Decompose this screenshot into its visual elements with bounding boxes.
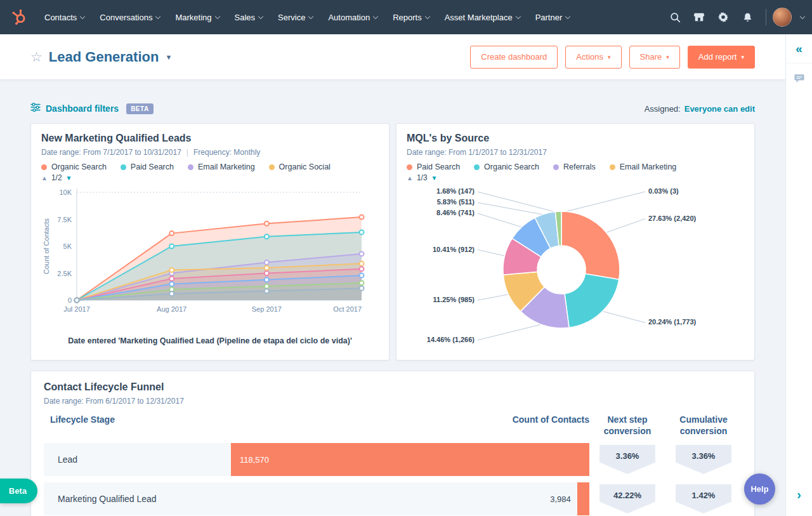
column-header-count: Count of Contacts [513, 414, 589, 425]
favorite-star-icon[interactable]: ☆ [30, 50, 43, 65]
funnel-bar[interactable] [577, 482, 589, 515]
donut-chart: 1.68% (147)5.83% (511)8.46% (741)10.41% … [407, 183, 744, 359]
legend-page-down-icon[interactable]: ▼ [431, 175, 438, 182]
hubspot-logo-icon[interactable] [8, 5, 32, 29]
caret-down-icon: ▾ [741, 54, 744, 60]
chevron-down-icon [424, 13, 429, 18]
date-range: Date range: From 6/1/2017 to 12/31/2017 [44, 397, 184, 406]
add-report-button[interactable]: Add report▾ [688, 46, 755, 69]
share-button[interactable]: Share▾ [629, 46, 680, 69]
avatar[interactable] [773, 8, 792, 27]
legend-page-up-icon[interactable]: ▲ [407, 175, 413, 182]
marketplace-icon[interactable] [687, 5, 711, 29]
funnel-header-row: Lifecycle Stage Count of Contacts Next s… [44, 414, 742, 437]
nav-divider [766, 9, 766, 25]
beta-pill-button[interactable]: Beta [0, 479, 37, 503]
dashboard-switcher-caret-icon[interactable]: ▼ [165, 53, 172, 61]
legend-item[interactable]: Referrals [553, 162, 596, 171]
chevron-down-icon [258, 13, 263, 18]
nav-item-partner[interactable]: Partner [528, 0, 578, 34]
filters-bar: Dashboard filters BETA Assigned: Everyon… [30, 103, 755, 114]
funnel-bar[interactable]: 118,570 [231, 443, 589, 476]
legend-item[interactable]: Paid Search [407, 162, 460, 171]
donut-slice-label: 20.24% (1,773) [648, 318, 697, 326]
page-title[interactable]: Lead Generation [49, 49, 159, 65]
chevron-down-icon [800, 13, 805, 18]
collapse-panel-button[interactable]: « [786, 34, 812, 63]
legend-dot-icon [407, 164, 412, 170]
funnel-rows: Lead 118,570 3.36% 3.36% Marketing Quali… [44, 443, 742, 515]
date-range: Date range: From 7/1/2017 to 10/31/2017 [41, 148, 181, 157]
funnel-row: Lead 118,570 3.36% 3.36% [44, 443, 742, 476]
donut-slice-label: 1.68% (147) [436, 187, 475, 195]
chevron-down-icon [515, 13, 520, 18]
x-axis-caption: Date entered 'Marketing Qualified Lead (… [41, 336, 379, 347]
report-title: New Marketing Qualified Leads [41, 133, 379, 144]
settings-gear-icon[interactable] [711, 5, 735, 29]
svg-text:2.5K: 2.5K [57, 270, 72, 277]
funnel-stage-label: Lead [44, 443, 231, 476]
donut-slice[interactable] [565, 274, 619, 327]
legend-dot-icon [41, 164, 47, 170]
next-step-conversion-badge: 3.36% [599, 445, 655, 474]
legend-page-up-icon[interactable]: ▲ [41, 175, 48, 182]
double-chevron-left-icon: « [796, 42, 802, 56]
funnel-count: 3,984 [550, 494, 571, 504]
legend-dot-icon [474, 164, 480, 170]
nav-item-sales[interactable]: Sales [227, 0, 271, 34]
actions-button[interactable]: Actions▾ [565, 46, 621, 69]
cumulative-conversion-badge: 3.36% [676, 445, 731, 474]
beta-badge: BETA [126, 103, 153, 114]
expand-panel-button[interactable]: › [786, 487, 812, 502]
nav-item-marketing[interactable]: Marketing [167, 0, 226, 34]
legend-item[interactable]: Paid Search [121, 162, 174, 171]
column-header-next-step: Next step conversion [589, 414, 665, 437]
legend-dot-icon [269, 164, 275, 170]
next-step-conversion-badge: 42.22% [599, 484, 655, 513]
frequency: Frequency: Monthly [193, 148, 260, 157]
svg-text:7.5K: 7.5K [57, 216, 72, 223]
donut-slice-label: 14.46% (1,266) [427, 336, 475, 343]
legend-item[interactable]: Organic Social [269, 162, 331, 171]
chevron-right-icon: › [797, 487, 801, 502]
legend-page-down-icon[interactable]: ▼ [66, 175, 72, 182]
donut-slice[interactable] [561, 211, 620, 279]
assigned-permission-link[interactable]: Everyone can edit [684, 104, 755, 114]
legend-dot-icon [610, 164, 615, 170]
report-title: Contact Lifecycle Funnel [44, 381, 742, 393]
legend-dot-icon [188, 164, 193, 170]
dashboard-header: ☆ Lead Generation ▼ Create dashboard Act… [0, 34, 785, 80]
legend-donut-chart: Paid SearchOrganic SearchReferralsEmail … [407, 162, 744, 171]
svg-text:10K: 10K [59, 189, 72, 196]
nav-item-conversations[interactable]: Conversations [92, 0, 167, 34]
chevron-down-icon [565, 13, 570, 18]
funnel-row: Marketing Qualified Lead 3,984 42.22% 1.… [44, 482, 742, 515]
legend-dot-icon [553, 164, 559, 170]
create-dashboard-button[interactable]: Create dashboard [470, 46, 558, 69]
legend-line-chart: Organic SearchPaid SearchEmail Marketing… [41, 162, 379, 171]
nav-item-service[interactable]: Service [270, 0, 320, 34]
legend-item[interactable]: Email Marketing [188, 162, 255, 171]
svg-text:Sep 2017: Sep 2017 [252, 305, 282, 313]
donut-slice-label: 0.03% (3) [648, 187, 679, 195]
chevron-down-icon [80, 13, 85, 18]
chevron-down-icon [373, 13, 378, 18]
notifications-bell-icon[interactable] [735, 5, 759, 29]
help-button[interactable]: Help [744, 473, 775, 505]
nav-item-automation[interactable]: Automation [320, 0, 385, 34]
card-contact-lifecycle-funnel: Contact Lifecycle Funnel Date range: Fro… [30, 371, 755, 516]
line-chart: 02.5K5K7.5K10KJul 2017Aug 2017Sep 2017Oc… [41, 183, 379, 333]
dashboard-filters-toggle[interactable]: Dashboard filters BETA [30, 103, 154, 114]
nav-item-contacts[interactable]: Contacts [37, 0, 92, 34]
nav-menu: ContactsConversationsMarketingSalesServi… [37, 0, 577, 34]
column-header-lifecycle-stage: Lifecycle Stage [44, 414, 115, 425]
search-icon[interactable] [663, 5, 687, 29]
comments-icon[interactable] [786, 74, 812, 83]
legend-item[interactable]: Organic Search [474, 162, 539, 171]
legend-item[interactable]: Email Marketing [610, 162, 677, 171]
legend-page-indicator: 1/3 [417, 173, 428, 182]
legend-item[interactable]: Organic Search [41, 162, 107, 171]
nav-item-reports[interactable]: Reports [385, 0, 437, 34]
account-menu[interactable] [773, 8, 804, 27]
nav-item-asset-marketplace[interactable]: Asset Marketplace [437, 0, 528, 34]
